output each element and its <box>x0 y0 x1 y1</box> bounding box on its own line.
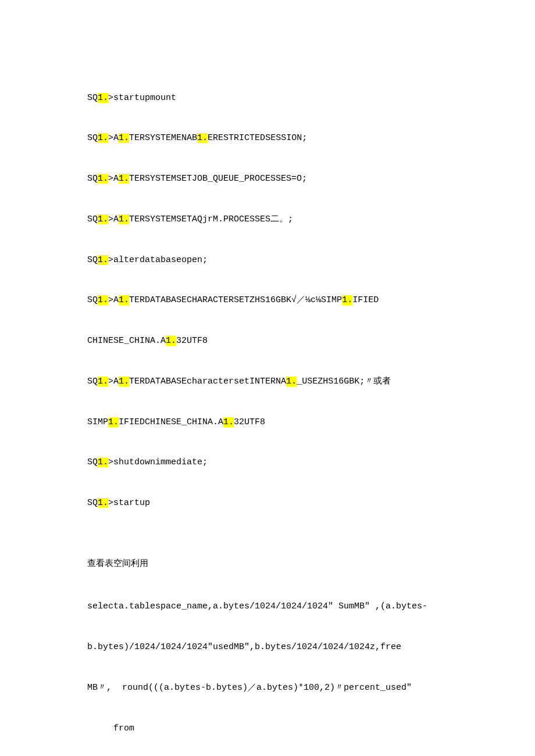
sql-block-2: selecta.tablespace_name,a.bytes/1024/102… <box>87 573 500 756</box>
line: SQ1.>A1.TERSYSTEMSETAQjrM.PROCESSES二。; <box>87 213 500 226</box>
line: b.bytes)/1024/1024/1024"usedMB",b.bytes/… <box>87 640 500 654</box>
line: SQ1.>alterdatabaseopen; <box>87 253 500 267</box>
line: from <box>87 722 500 735</box>
line: SQ1.>startupmount <box>87 91 500 105</box>
line: SQ1.>A1.TERDATABASEcharactersetINTERNA1.… <box>87 375 500 388</box>
line: SQ1.>shutdownimmediate; <box>87 456 500 469</box>
line: SQ1.>A1.TERDATABASECHARACTERSETZHS16GBK√… <box>87 293 500 307</box>
line: SQ1.>A1.TERSYSTEMENAB1.ERESTRICTEDSESSIO… <box>87 131 500 145</box>
line: SQ1.>startup <box>87 496 500 510</box>
line: SIMP1.IFIEDCHINESE_CHINA.A1.32UTF8 <box>87 415 500 429</box>
line: MB〃, round(((a.bytes-b.bytes)／a.bytes)*1… <box>87 681 500 694</box>
line: SQ1.>A1.TERSYSTEMSETJOB_QUEUE_PROCESSES=… <box>87 172 500 185</box>
sql-block-1: SQ1.>startupmount SQ1.>A1.TERSYSTEMENAB1… <box>87 64 500 524</box>
line: selecta.tablespace_name,a.bytes/1024/102… <box>87 600 500 613</box>
heading-tablespace: 查看表空间利用 <box>87 557 500 571</box>
line: CHINESE_CHINA.A1.32UTF8 <box>87 334 500 347</box>
